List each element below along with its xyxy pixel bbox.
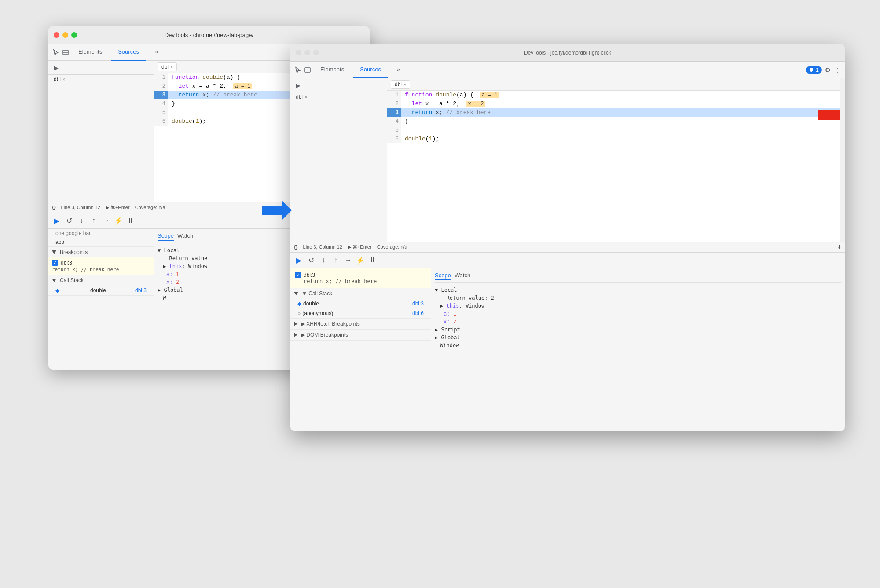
callstack-header-1[interactable]: Call Stack (48, 275, 154, 286)
dock-icon[interactable] (62, 48, 70, 56)
traffic-lights-1 (54, 32, 77, 38)
cs-name-2-1: double (303, 301, 319, 307)
file-close-2[interactable]: × (304, 94, 307, 99)
resume-btn-2[interactable]: ▶ (294, 255, 304, 265)
svg-marker-4 (818, 106, 840, 124)
sidebar-left-2: ▶ dbl × (290, 78, 387, 242)
run-snippets-icon-2[interactable]: ▶ (294, 81, 302, 89)
resume-btn-1[interactable]: ▶ (52, 216, 62, 225)
sources-tab-2[interactable]: Sources (353, 62, 388, 78)
more-tab-1[interactable]: » (148, 44, 165, 61)
breakpoints-header-1[interactable]: Breakpoints (48, 247, 154, 257)
x-entry-2: x: 2 (435, 318, 841, 326)
line-num-2-1: 1 (387, 91, 401, 99)
line-content-2-2: let x = a * 2; x = 2 (401, 99, 840, 108)
scrollbar-2[interactable] (840, 78, 845, 242)
scroll-icon-2[interactable]: ⬇ (837, 244, 841, 250)
coverage-1: Coverage: n/a (135, 205, 165, 210)
line-num-2-5: 5 (387, 126, 401, 135)
file-close-1[interactable]: × (62, 77, 65, 82)
code-area-2: dbl × 1 function dou (387, 78, 840, 242)
cursor-icon[interactable] (52, 48, 60, 56)
sources-top-2: ▶ dbl × dbl × (290, 78, 845, 242)
cs-item-1[interactable]: ◆ double dbl:3 (48, 286, 154, 295)
step-btn-2[interactable]: → (343, 255, 353, 265)
file-tab-close-2[interactable]: × (403, 82, 406, 87)
deactivate-btn-1[interactable]: ⚡ (114, 216, 123, 225)
breakpoints-section-1: Breakpoints ✓ dbl:3 return x; // break h… (48, 247, 154, 275)
minimize-button-2[interactable] (304, 50, 310, 55)
file-dbl-label-2[interactable]: dbl (296, 94, 303, 100)
pause-btn-2[interactable]: ⏸ (368, 255, 378, 265)
dock-icon-2[interactable] (304, 66, 312, 74)
watch-tab-2[interactable]: Watch (455, 272, 470, 280)
file-tab-label-2: dbl (395, 81, 402, 88)
line-num-5: 5 (154, 108, 168, 117)
line-num-2-4: 4 (387, 117, 401, 126)
cs-item-2-1[interactable]: ◆ double dbl:3 (290, 299, 431, 309)
scope-panel-2: Scope Watch ▼ Local Return value: 2 ▶ th… (431, 268, 845, 432)
cs-item-2-2[interactable]: ○ (anonymous) dbl:6 (290, 309, 431, 318)
code-editor-2[interactable]: 1 function double(a) { a = 1 2 let x = a… (387, 91, 840, 242)
chat-badge-2[interactable]: 1 (806, 66, 822, 74)
step-into-btn-1[interactable]: ↓ (77, 216, 86, 225)
xhr-header-2[interactable]: ▶ XHR/fetch Breakpoints (290, 319, 431, 329)
callstack-label-1: Call Stack (60, 277, 84, 283)
minimize-button-1[interactable] (62, 32, 68, 38)
scope-tab-2[interactable]: Scope (435, 272, 451, 280)
step-btn-1[interactable]: → (101, 216, 111, 225)
sources-panel-2: ▶ dbl × dbl × (290, 78, 845, 431)
close-button-1[interactable] (54, 32, 59, 38)
file-tree-dbl-2: dbl × (290, 92, 387, 101)
step-into-btn-2[interactable]: ↓ (319, 255, 328, 265)
position-1: Line 3, Column 12 (61, 205, 100, 210)
maximize-button-1[interactable] (71, 32, 77, 38)
run-snippets-icon[interactable]: ▶ (52, 64, 60, 72)
bp-checkbox-2[interactable]: ✓ (295, 272, 301, 278)
settings-icon-2[interactable]: ⚙ (824, 66, 832, 74)
debug-left-2: ✓ dbl:3 return x; // break here ▼ Call S… (290, 268, 431, 432)
line-num-3: 3 (154, 91, 168, 99)
step-over-btn-2[interactable]: ↺ (306, 255, 316, 265)
run-snippet-1[interactable]: ▶ ⌘+Enter (106, 205, 130, 210)
this-entry-2: ▶ this: Window (435, 302, 841, 310)
code-line-2-1: 1 function double(a) { a = 1 (387, 91, 840, 99)
dom-tri-2 (294, 333, 297, 337)
file-tab-1[interactable]: dbl × (158, 62, 177, 71)
cursor-icon-2[interactable] (294, 66, 302, 74)
red-arrow (818, 106, 840, 125)
file-dbl-label[interactable]: dbl (54, 76, 61, 82)
step-out-btn-1[interactable]: ↑ (89, 216, 99, 225)
watch-tab-1[interactable]: Watch (177, 232, 193, 241)
elements-tab-1[interactable]: Elements (71, 44, 109, 61)
maximize-button-2[interactable] (313, 50, 319, 55)
step-out-btn-2[interactable]: ↑ (331, 255, 341, 265)
window-title-2: DevTools - jec.fyi/demo/dbl-right-click (524, 50, 611, 56)
elements-tab-2[interactable]: Elements (313, 62, 351, 78)
cs-name-1: double (90, 287, 106, 294)
run-snippet-2[interactable]: ▶ ⌘+Enter (348, 244, 372, 250)
pause-btn-1[interactable]: ⏸ (126, 216, 136, 225)
deactivate-btn-2[interactable]: ⚡ (356, 255, 365, 265)
breakpoints-tri-1 (52, 250, 56, 254)
callstack-header-2[interactable]: ▼ Call Stack (290, 288, 431, 299)
callstack-tri-2 (294, 292, 298, 295)
sources-tab-1[interactable]: Sources (111, 44, 146, 61)
dom-header-2[interactable]: ▶ DOM Breakpoints (290, 330, 431, 340)
file-tab-label-1: dbl (161, 64, 169, 70)
blue-arrow: ➡ (260, 189, 293, 229)
more-vert-icon-2[interactable]: ⋮ (833, 66, 841, 74)
bp-checkbox-1[interactable]: ✓ (52, 260, 58, 266)
traffic-lights-2 (296, 50, 319, 55)
close-button-2[interactable] (296, 50, 301, 55)
format-icon-1[interactable]: {} (52, 205, 56, 210)
step-over-btn-1[interactable]: ↺ (64, 216, 74, 225)
misc-section-1: one google bar app (48, 229, 154, 247)
debug-toolbar-2: ▶ ↺ ↓ ↑ → ⚡ ⏸ (290, 252, 845, 268)
scope-tab-1[interactable]: Scope (158, 232, 174, 241)
format-icon-2[interactable]: {} (294, 244, 298, 250)
sidebar-tab-row-1: ▶ (48, 61, 154, 75)
file-tab-close-1[interactable]: × (170, 64, 173, 70)
more-tab-2[interactable]: » (390, 62, 407, 78)
file-tab-2[interactable]: dbl × (391, 80, 410, 89)
